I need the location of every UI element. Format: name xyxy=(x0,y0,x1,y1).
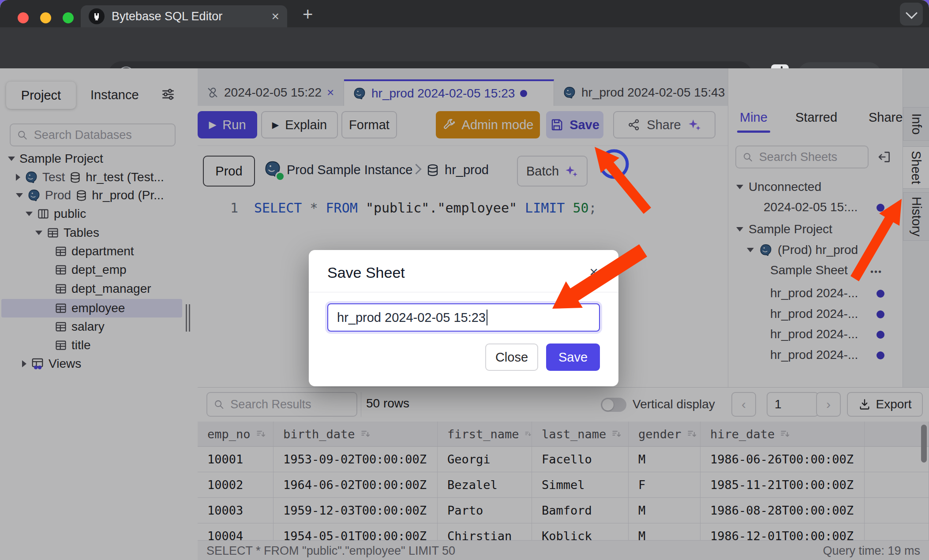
sheet-name-input[interactable]: hr_prod 2024-02-05 15:23 xyxy=(327,303,600,332)
window-controls xyxy=(18,12,74,23)
minimize-window-button[interactable] xyxy=(40,12,51,23)
save-button[interactable]: Save xyxy=(546,343,600,371)
screen: Bytebase SQL Editor × + ← → i localhost:… xyxy=(0,0,929,560)
close-tab-icon[interactable]: × xyxy=(271,9,279,24)
divider xyxy=(309,292,618,292)
browser-tab-title: Bytebase SQL Editor xyxy=(112,10,268,23)
chevron-down-icon xyxy=(906,7,918,19)
close-window-button[interactable] xyxy=(18,12,29,23)
dialog-title: Save Sheet xyxy=(327,264,405,281)
bytebase-favicon-icon xyxy=(89,8,105,24)
text-cursor xyxy=(487,310,488,325)
maximize-window-button[interactable] xyxy=(63,12,74,23)
close-button[interactable]: Close xyxy=(485,343,538,371)
browser-window: Bytebase SQL Editor × + ← → i localhost:… xyxy=(0,0,929,560)
tab-search-button[interactable] xyxy=(900,3,923,26)
close-dialog-icon[interactable]: × xyxy=(589,263,598,280)
browser-titlebar: Bytebase SQL Editor × + xyxy=(0,0,929,27)
new-tab-button[interactable]: + xyxy=(303,4,313,24)
browser-tab[interactable]: Bytebase SQL Editor × xyxy=(81,5,287,27)
browser-toolbar: ← → i localhost:8080/sql-editor/prod-sam… xyxy=(0,27,929,68)
save-sheet-dialog: Save Sheet × hr_prod 2024-02-05 15:23 Cl… xyxy=(309,250,618,386)
